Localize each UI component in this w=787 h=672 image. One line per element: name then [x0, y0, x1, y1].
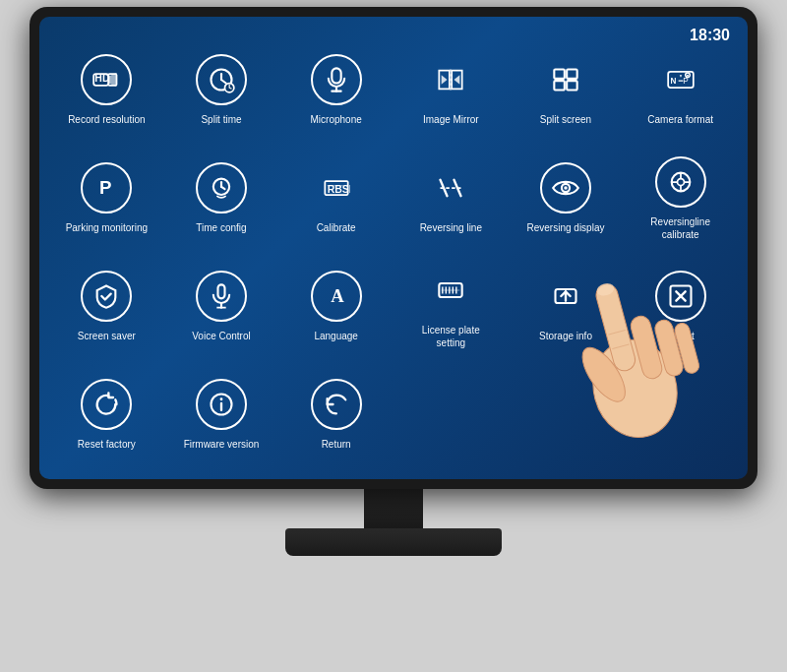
menu-item-return[interactable]: Return	[278, 361, 394, 469]
image-mirror-label: Image Mirror	[423, 113, 479, 126]
svg-point-38	[677, 178, 684, 185]
reversing-line-label: Reversing line	[420, 221, 482, 234]
svg-rect-16	[554, 70, 565, 79]
monitor-bezel: 18:30 HD Record resolution Split time	[30, 7, 757, 489]
voice-control-icon	[196, 271, 247, 322]
svg-point-61	[220, 397, 223, 400]
svg-marker-14	[442, 75, 448, 84]
firmware-label: Firmware version	[184, 438, 260, 451]
storage-info-icon	[540, 271, 591, 322]
hd-camera-icon: HD	[81, 54, 132, 105]
license-plate-icon	[425, 265, 476, 316]
menu-item-screen-saver[interactable]: Screen saver	[49, 253, 164, 361]
menu-item-image-mirror[interactable]: Image Mirror	[394, 36, 509, 145]
info-circle-icon	[196, 379, 247, 430]
svg-text:P: P	[99, 177, 111, 198]
menu-grid: HD Record resolution Split time Micropho…	[39, 17, 748, 479]
crosshair-icon	[655, 156, 706, 208]
camera-format-label: Camera format	[647, 113, 713, 126]
menu-item-voice-control[interactable]: Voice Control	[164, 253, 279, 361]
menu-item-split-time[interactable]: Split time	[164, 36, 279, 145]
menu-item-camera-format[interactable]: N P Camera format	[623, 36, 738, 145]
time-display: 18:30	[690, 27, 730, 44]
calibrate-icon: RBSD	[311, 162, 362, 214]
screen: 18:30 HD Record resolution Split time	[39, 17, 748, 479]
menu-item-split-screen[interactable]: Split screen	[509, 36, 624, 145]
clock-gear-icon	[196, 54, 247, 105]
svg-text:A: A	[331, 285, 344, 306]
menu-item-storage-info[interactable]: Storage info	[509, 253, 624, 361]
microphone-label: Microphone	[311, 113, 362, 126]
menu-item-reversing-display[interactable]: Reversing display	[509, 145, 624, 253]
svg-rect-19	[567, 81, 577, 90]
eye-icon	[540, 162, 591, 214]
menu-item-calibrate[interactable]: RBSD Calibrate	[278, 145, 394, 253]
split-time-label: Split time	[201, 113, 241, 126]
format-icon	[655, 271, 706, 322]
svg-text:RBSD: RBSD	[327, 183, 349, 195]
svg-point-28	[220, 186, 222, 188]
language-icon: A	[311, 271, 362, 322]
reset-factory-label: Reset factory	[78, 438, 136, 451]
svg-point-36	[564, 186, 568, 190]
split-screen-icon	[540, 54, 591, 105]
camera-format-icon: N P	[655, 54, 706, 105]
menu-item-license-plate[interactable]: License plate setting	[394, 253, 509, 361]
time-config-icon	[196, 162, 247, 214]
language-label: Language	[314, 330, 358, 342]
screen-saver-label: Screen saver	[78, 330, 136, 342]
image-mirror-icon	[425, 54, 476, 105]
menu-item-parking[interactable]: P Parking monitoring	[49, 145, 164, 253]
reversing-line-icon	[425, 162, 476, 214]
monitor-base	[285, 528, 502, 556]
format-label: format	[666, 330, 694, 342]
menu-item-format[interactable]: format	[623, 253, 738, 361]
shield-check-icon	[81, 271, 132, 322]
menu-item-reset-factory[interactable]: Reset factory	[49, 361, 164, 469]
time-config-label: Time config	[196, 221, 246, 234]
return-icon	[311, 379, 362, 430]
svg-line-6	[221, 80, 226, 84]
parking-icon: P	[81, 162, 132, 214]
svg-marker-2	[109, 73, 117, 87]
reversing-display-label: Reversing display	[527, 221, 605, 234]
menu-item-reversingline-calibrate[interactable]: Reversingline calibrate	[623, 145, 738, 253]
menu-item-time-config[interactable]: Time config	[164, 145, 279, 253]
parking-label: Parking monitoring	[66, 221, 148, 234]
menu-item-record-resolution[interactable]: HD Record resolution	[49, 36, 164, 145]
svg-rect-18	[554, 81, 565, 90]
license-plate-label: License plate setting	[406, 324, 495, 349]
menu-item-reversing-line[interactable]: Reversing line	[394, 145, 509, 253]
voice-control-label: Voice Control	[192, 330, 250, 342]
split-screen-label: Split screen	[540, 113, 591, 126]
menu-item-microphone[interactable]: Microphone	[278, 36, 394, 145]
monitor-wrapper: 18:30 HD Record resolution Split time	[10, 7, 777, 666]
reset-icon	[81, 379, 132, 430]
microphone-camera-icon	[311, 54, 362, 105]
menu-item-language[interactable]: A Language	[278, 253, 394, 361]
svg-rect-8	[332, 68, 340, 83]
svg-rect-43	[217, 284, 224, 298]
return-label: Return	[322, 438, 351, 451]
storage-info-label: Storage info	[539, 330, 592, 342]
svg-marker-15	[454, 75, 460, 84]
svg-text:N: N	[670, 77, 676, 86]
reversingline-calibrate-label: Reversingline calibrate	[636, 215, 725, 241]
record-resolution-label: Record resolution	[68, 113, 145, 126]
svg-rect-17	[567, 70, 577, 79]
calibrate-label: Calibrate	[317, 221, 356, 234]
monitor-neck	[364, 489, 423, 528]
menu-item-firmware[interactable]: Firmware version	[164, 361, 279, 469]
